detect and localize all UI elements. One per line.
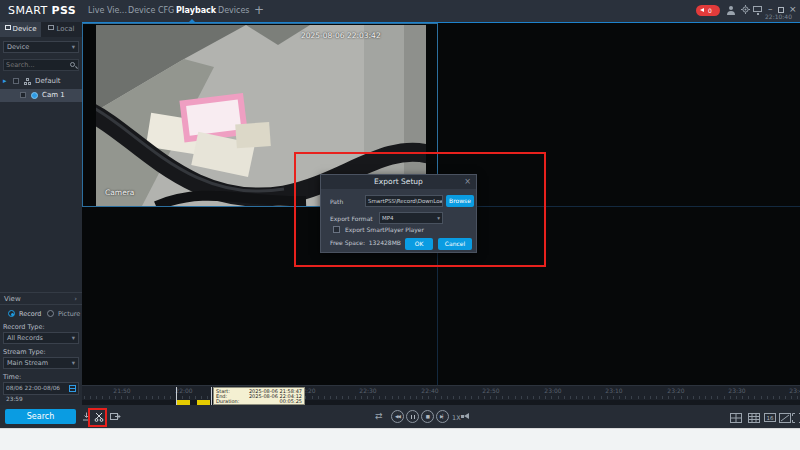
pause-icon (411, 415, 415, 419)
osd-timestamp: 2025-08-06 22:03:42 (301, 31, 381, 40)
volume-icon-base (461, 415, 464, 418)
view-section-header[interactable]: View › (0, 292, 82, 305)
export-setup-dialog: Export Setup × Path SmartPSS\Record\Down… (320, 174, 477, 253)
sync-play-icon[interactable]: ⇄ (375, 412, 383, 421)
tick-label: 22:30 (356, 387, 380, 394)
app-logo: SMART PSS (8, 4, 76, 17)
logo-smart: SMART (8, 4, 48, 17)
free-space-text: Free Space: 132428MB (330, 239, 401, 246)
tab-devices[interactable]: Devices (218, 6, 250, 15)
smartplayer-checkbox[interactable] (333, 226, 340, 233)
download-icon[interactable] (82, 412, 91, 422)
tick-label: 23:00 (541, 387, 565, 394)
chevron-right-icon: › (74, 293, 77, 306)
record-type-label: Record Type: (3, 323, 45, 331)
stream-type-label: Stream Type: (3, 348, 46, 356)
user-icon-body (727, 11, 735, 15)
osd-camera-name: Camera (105, 188, 134, 197)
app-clock: 22:10:40 (748, 13, 796, 20)
record-segment[interactable] (197, 400, 210, 405)
tick-label: 23:20 (664, 387, 688, 394)
app-titlebar: SMART PSS Live Vie... Device CFG Playbac… (0, 0, 800, 22)
scissors-clip-icon[interactable] (94, 412, 104, 422)
smartpss-window: SMART PSS Live Vie... Device CFG Playbac… (0, 0, 800, 450)
clip-tooltip: Start:2025-08-06 21:58:47 End:2025-08-06… (213, 387, 305, 405)
path-label: Path (330, 198, 343, 205)
alarm-badge[interactable]: 0 (696, 5, 720, 16)
dialog-close-icon[interactable]: × (464, 175, 471, 189)
tree-item-cam1[interactable]: Cam 1 (0, 89, 82, 102)
clip-end-marker[interactable] (211, 387, 212, 405)
tick-label: 23:30 (725, 387, 749, 394)
tab-playback[interactable]: Playback (176, 6, 216, 15)
device-search-box[interactable] (3, 59, 79, 71)
picture-radio[interactable] (47, 310, 54, 317)
tick-label: 22:50 (479, 387, 503, 394)
cancel-button[interactable]: Cancel (438, 238, 472, 250)
device-group-select[interactable]: Device▾ (3, 41, 79, 53)
group-checkbox[interactable] (13, 78, 19, 84)
export-format-select[interactable]: MP4 ▾ (379, 212, 443, 224)
export-format-label: Export Format (330, 215, 373, 222)
rewind-button[interactable]: ◀◀ (391, 410, 404, 423)
camera-label: Cam 1 (42, 89, 65, 102)
search-button[interactable]: Search (5, 409, 76, 424)
chevron-down-icon: ▾ (72, 333, 75, 343)
alarm-count: 0 (708, 7, 712, 14)
grid-16-icon[interactable]: 16 (764, 413, 776, 422)
search-icon[interactable] (70, 62, 75, 67)
record-radio[interactable] (8, 310, 15, 317)
tab-device-cfg[interactable]: Device CFG (128, 6, 174, 15)
remote-assist-icon[interactable] (753, 6, 762, 12)
bottom-toolbar: Search ⇄ ◀◀ ■ ▶▏ 1X 16 (0, 405, 800, 428)
calendar-icon[interactable] (69, 385, 76, 392)
stream-type-select[interactable]: Main Stream▾ (3, 357, 79, 369)
volume-icon[interactable] (464, 413, 469, 419)
smartplayer-checkbox-label: Export SmartPlayer Player (345, 226, 424, 233)
tick-label: 22:40 (418, 387, 442, 394)
tree-expand-icon[interactable]: ▸ (3, 75, 7, 88)
fullscreen-icon[interactable] (792, 413, 800, 423)
add-tab-button[interactable]: + (254, 3, 264, 17)
grid-4-icon[interactable] (730, 413, 742, 423)
device-tab-icon (5, 25, 11, 30)
tree-item-default-group[interactable]: ▸ Default Group (0, 75, 82, 88)
grid-9-icon[interactable] (748, 413, 760, 423)
tick-label: 21:50 (110, 387, 134, 394)
chevron-down-icon: ▾ (72, 358, 75, 368)
next-frame-button[interactable]: ▶▏ (436, 410, 449, 423)
logo-pss: PSS (51, 4, 76, 17)
tab-live-view[interactable]: Live Vie... (88, 6, 127, 15)
dialog-title: Export Setup (321, 175, 476, 189)
path-input[interactable]: SmartPSS\Record\DownLoad\ (365, 195, 443, 207)
camera-icon (31, 92, 38, 99)
camera-checkbox[interactable] (20, 92, 26, 98)
custom-split-icon[interactable] (779, 413, 791, 423)
stop-button[interactable]: ■ (421, 410, 434, 423)
record-radio-label: Record (19, 310, 41, 318)
tick-label: 23:40 (786, 387, 800, 394)
left-panel: Device Local Device▾ ▸ Default Group Cam… (0, 22, 82, 405)
browse-button[interactable]: Browse (446, 195, 474, 207)
tab-local[interactable]: Local (41, 22, 82, 37)
record-type-select[interactable]: All Records▾ (3, 332, 79, 344)
alarm-speaker-icon (700, 8, 704, 12)
pause-button[interactable] (406, 410, 419, 423)
user-icon[interactable] (729, 6, 733, 10)
playback-timeline[interactable]: 21:50 22:00 22:10 22:20 22:30 22:40 22:5… (82, 385, 800, 405)
group-icon (24, 78, 31, 85)
tab-device[interactable]: Device (0, 22, 41, 37)
export-record-icon[interactable] (110, 412, 121, 421)
windows-taskbar: 1 27°C Nhiều mây Search ^ ENG 10:18 PM 0… (0, 428, 800, 450)
chevron-down-icon: ▾ (437, 213, 440, 223)
time-range-input[interactable]: 08/06 22:00-08/06 23:59 (3, 382, 79, 395)
ok-button[interactable]: OK (405, 238, 433, 250)
search-input[interactable] (6, 60, 66, 70)
picture-radio-label: Picture (58, 310, 80, 318)
clip-start-marker[interactable] (176, 387, 177, 405)
local-tab-icon (48, 25, 54, 30)
playback-speed[interactable]: 1X (452, 414, 461, 422)
tick-label: 23:10 (602, 387, 626, 394)
record-segment[interactable] (177, 400, 190, 405)
chevron-down-icon: ▾ (72, 42, 75, 52)
